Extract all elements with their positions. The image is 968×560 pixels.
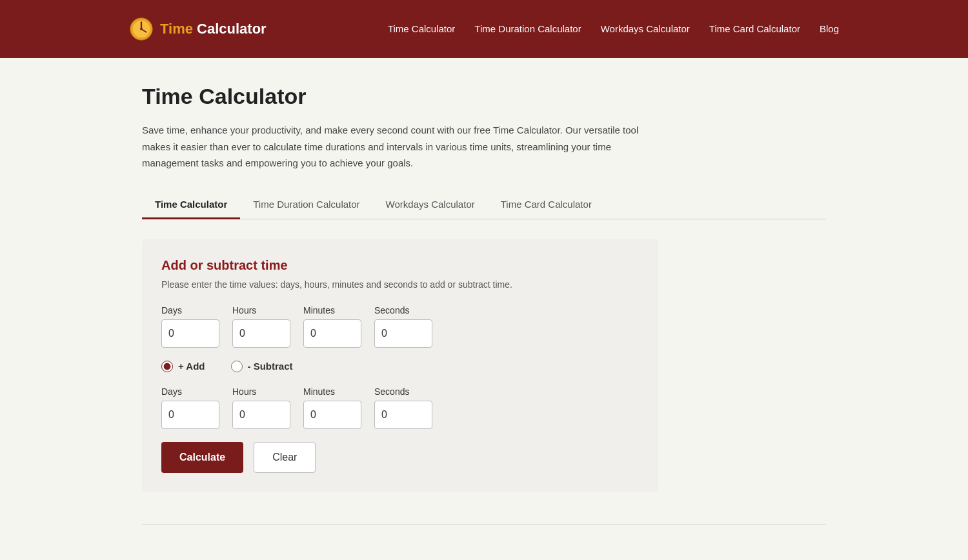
nav-links: Time Calculator Time Duration Calculator… [388, 23, 839, 35]
minutes-label-1: Minutes [303, 305, 361, 315]
page-divider [142, 525, 826, 525]
calc-subtitle: Add or subtract time [161, 258, 639, 273]
page-description: Save time, enhance your productivity, an… [142, 122, 658, 172]
hours-label-2: Hours [232, 386, 290, 397]
radio-add[interactable]: + Add [161, 361, 205, 372]
minutes-input-1[interactable] [303, 319, 361, 348]
tab-workdays-calculator[interactable]: Workdays Calculator [373, 191, 488, 219]
page-title: Time Calculator [142, 84, 826, 109]
seconds-input-1[interactable] [374, 319, 432, 348]
input-group-days-1: Days [161, 305, 219, 348]
tabs-bar: Time Calculator Time Duration Calculator… [142, 191, 826, 219]
input-group-seconds-2: Seconds [374, 386, 432, 429]
seconds-label-1: Seconds [374, 305, 432, 315]
radio-add-label: + Add [178, 361, 205, 372]
input-group-seconds-1: Seconds [374, 305, 432, 348]
minutes-input-2[interactable] [303, 401, 361, 429]
input-row-1: Days Hours Minutes Seconds [161, 305, 639, 348]
hours-input-2[interactable] [232, 401, 290, 429]
nav-blog[interactable]: Blog [820, 23, 839, 34]
logo-calc-text: Calculator [197, 21, 267, 37]
nav-workdays-calc[interactable]: Workdays Calculator [601, 23, 690, 34]
nav-duration-calc[interactable]: Time Duration Calculator [474, 23, 581, 34]
logo[interactable]: Time Calculator [129, 17, 267, 41]
days-label-2: Days [161, 386, 219, 397]
clock-icon [129, 17, 154, 41]
minutes-label-2: Minutes [303, 386, 361, 397]
seconds-input-2[interactable] [374, 401, 432, 429]
calculator-card: Add or subtract time Please enter the ti… [142, 239, 658, 492]
radio-row: + Add - Subtract [161, 361, 639, 372]
input-group-hours-2: Hours [232, 386, 290, 429]
hours-label-1: Hours [232, 305, 290, 315]
seconds-label-2: Seconds [374, 386, 432, 397]
nav-timecard-calc[interactable]: Time Card Calculator [709, 23, 800, 34]
tab-time-calculator[interactable]: Time Calculator [142, 191, 240, 219]
tab-timecard-calculator[interactable]: Time Card Calculator [488, 191, 605, 219]
days-input-1[interactable] [161, 319, 219, 348]
radio-subtract[interactable]: - Subtract [231, 361, 293, 372]
days-input-2[interactable] [161, 401, 219, 429]
calc-description: Please enter the time values: days, hour… [161, 279, 639, 290]
clear-button[interactable]: Clear [254, 442, 316, 473]
button-row: Calculate Clear [161, 442, 639, 473]
input-group-minutes-1: Minutes [303, 305, 361, 348]
days-label-1: Days [161, 305, 219, 315]
tab-duration-calculator[interactable]: Time Duration Calculator [240, 191, 372, 219]
hours-input-1[interactable] [232, 319, 290, 348]
logo-time-text: Time [160, 21, 193, 37]
input-group-days-2: Days [161, 386, 219, 429]
nav-time-calc[interactable]: Time Calculator [388, 23, 455, 34]
radio-add-input[interactable] [161, 361, 173, 372]
radio-subtract-label: - Subtract [248, 361, 293, 372]
input-group-minutes-2: Minutes [303, 386, 361, 429]
input-group-hours-1: Hours [232, 305, 290, 348]
calculate-button[interactable]: Calculate [161, 442, 243, 473]
svg-point-4 [140, 28, 143, 30]
input-row-2: Days Hours Minutes Seconds [161, 386, 639, 429]
radio-subtract-input[interactable] [231, 361, 243, 372]
